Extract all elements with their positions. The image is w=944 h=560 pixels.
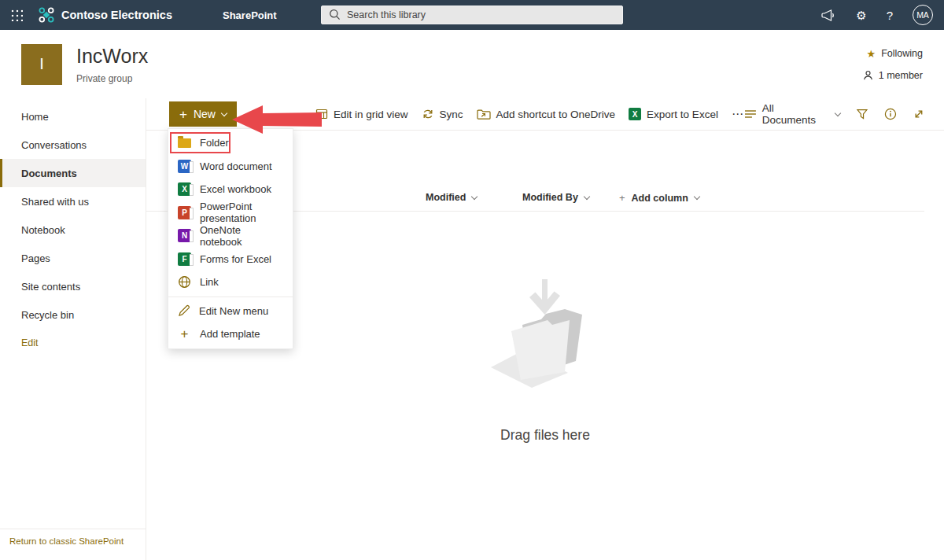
suite-bar-right: ⚙ ? MA: [821, 5, 933, 25]
menu-item-label: Edit New menu: [199, 305, 268, 317]
site-title[interactable]: IncWorx: [76, 45, 148, 68]
folder-icon: [178, 138, 191, 148]
view-selector-label: All Documents: [762, 102, 831, 126]
excel-icon: X: [629, 108, 641, 120]
app-launcher-waffle-icon[interactable]: [11, 9, 23, 21]
star-icon: ★: [867, 48, 876, 60]
person-icon: [863, 70, 873, 80]
site-header-right: ★ Following 1 member: [863, 48, 923, 81]
site-title-block: IncWorx Private group: [76, 45, 148, 84]
sidebar-item-conversations[interactable]: Conversations: [0, 131, 146, 159]
menu-item-onenote-notebook[interactable]: N OneNote notebook: [168, 224, 293, 248]
command-add-shortcut-to-onedrive[interactable]: Add shortcut to OneDrive: [477, 109, 616, 120]
help-icon[interactable]: ?: [887, 9, 893, 21]
app-name[interactable]: SharePoint: [223, 9, 277, 21]
command-label: Edit in grid view: [334, 109, 408, 120]
folder-shortcut-icon: [477, 109, 491, 120]
drag-files-label: Drag files here: [146, 427, 944, 444]
members-label: 1 member: [879, 70, 923, 81]
chevron-down-icon: [694, 193, 700, 200]
site-logo[interactable]: I: [21, 44, 62, 85]
more-commands-button[interactable]: ⋯: [732, 107, 744, 121]
avatar[interactable]: MA: [913, 5, 933, 25]
following-button[interactable]: ★ Following: [867, 48, 923, 60]
column-header-add-column[interactable]: + Add column: [619, 192, 699, 204]
search-box: [321, 6, 623, 24]
plus-icon: +: [179, 108, 187, 121]
pencil-icon: [178, 304, 190, 317]
plus-icon: +: [178, 327, 191, 341]
members-button[interactable]: 1 member: [863, 70, 923, 81]
suite-bar: Contoso Electronics SharePoint ⚙ ? MA: [0, 0, 944, 30]
column-header-modified-by[interactable]: Modified By: [522, 192, 589, 203]
sidebar-item-pages[interactable]: Pages: [0, 244, 146, 272]
menu-item-label: Forms for Excel: [200, 253, 271, 265]
grid-view-icon: [315, 108, 328, 120]
powerpoint-icon: P: [178, 206, 191, 219]
command-export-to-excel[interactable]: X Export to Excel: [629, 108, 718, 120]
gear-icon[interactable]: ⚙: [856, 9, 866, 21]
command-sync[interactable]: Sync: [422, 108, 463, 120]
chevron-down-icon: [584, 193, 590, 199]
menu-item-label: PowerPoint presentation: [200, 201, 283, 224]
menu-item-link[interactable]: Link: [168, 271, 293, 294]
contoso-logo-icon: [39, 7, 54, 23]
shell: Home Conversations Documents Shared with…: [0, 98, 944, 560]
chevron-down-icon: [835, 109, 841, 116]
main-content: + New Edit in grid view: [146, 98, 944, 560]
menu-item-forms-for-excel[interactable]: F Forms for Excel: [168, 248, 293, 271]
megaphone-icon[interactable]: [821, 9, 836, 21]
expand-icon[interactable]: [913, 108, 925, 120]
command-label: Export to Excel: [647, 109, 718, 120]
sidebar-item-documents[interactable]: Documents: [0, 159, 146, 187]
column-label: Add column: [632, 193, 688, 204]
brand-name: Contoso Electronics: [61, 9, 172, 21]
excel-icon: X: [178, 182, 191, 196]
filter-icon[interactable]: [856, 108, 868, 120]
command-edit-in-grid-view[interactable]: Edit in grid view: [315, 108, 408, 120]
menu-item-edit-new-menu[interactable]: Edit New menu: [168, 300, 293, 323]
sync-icon: [422, 108, 434, 120]
menu-item-powerpoint-presentation[interactable]: P PowerPoint presentation: [168, 201, 293, 225]
word-icon: W: [178, 160, 191, 173]
command-bar-right: All Documents: [744, 102, 925, 126]
column-label: Modified: [426, 192, 466, 203]
menu-item-label: Add template: [200, 328, 260, 340]
menu-item-label: Word document: [200, 160, 272, 172]
drag-files-folder-illustration: [486, 279, 604, 391]
column-header-modified[interactable]: Modified: [426, 192, 477, 203]
brand[interactable]: Contoso Electronics: [39, 7, 172, 23]
new-button-label: New: [194, 108, 216, 120]
onenote-icon: N: [178, 229, 191, 242]
globe-icon: [178, 275, 191, 289]
menu-item-label: Link: [200, 276, 219, 288]
return-to-classic-link[interactable]: Return to classic SharePoint: [0, 529, 146, 560]
sidebar-item-home[interactable]: Home: [0, 102, 146, 131]
sidebar-edit-link[interactable]: Edit: [0, 329, 146, 357]
command-label: Sync: [440, 109, 463, 120]
site-privacy-label: Private group: [76, 73, 148, 84]
chevron-down-icon: [471, 193, 478, 199]
menu-item-add-template[interactable]: + Add template: [168, 322, 293, 346]
menu-item-word-document[interactable]: W Word document: [168, 155, 293, 179]
site-header: I IncWorx Private group ★ Following 1 me…: [0, 30, 944, 98]
sidebar-item-notebook[interactable]: Notebook: [0, 216, 146, 244]
search-icon: [329, 9, 341, 20]
view-selector[interactable]: All Documents: [744, 102, 840, 126]
info-icon[interactable]: [884, 108, 897, 120]
menu-separator: [168, 297, 293, 297]
view-lines-icon: [744, 109, 757, 119]
following-label: Following: [881, 48, 923, 59]
sidebar-item-recycle-bin[interactable]: Recycle bin: [0, 300, 146, 329]
new-dropdown-menu: Folder W Word document X Excel workbook …: [168, 128, 293, 349]
menu-item-folder[interactable]: Folder: [168, 131, 293, 155]
menu-item-label: OneNote notebook: [200, 224, 283, 248]
search-input[interactable]: [321, 6, 623, 24]
plus-icon: +: [619, 192, 625, 204]
sidebar-item-shared-with-us[interactable]: Shared with us: [0, 187, 146, 216]
menu-item-excel-workbook[interactable]: X Excel workbook: [168, 178, 293, 201]
sidebar-item-site-contents[interactable]: Site contents: [0, 272, 146, 300]
column-label: Modified By: [522, 192, 578, 203]
new-button[interactable]: + New: [169, 101, 237, 127]
forms-icon: F: [178, 252, 191, 266]
